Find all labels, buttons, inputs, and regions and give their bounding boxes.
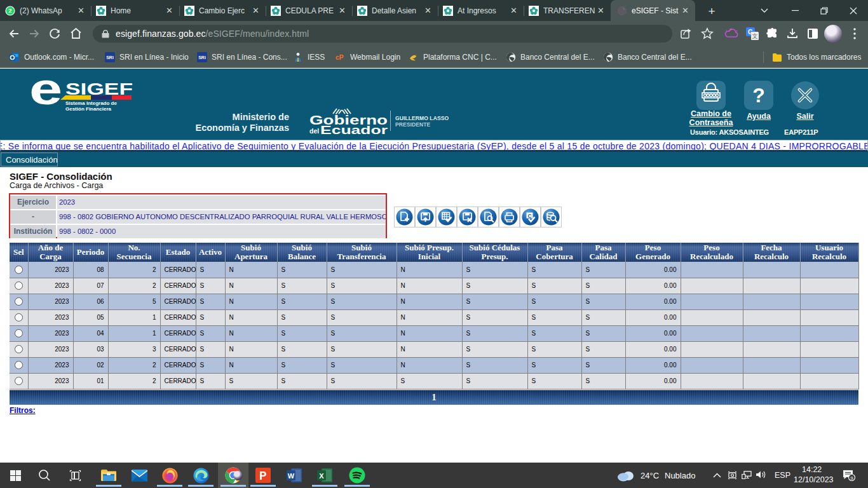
svg-text:Ecuador: Ecuador [320,123,388,136]
svg-text:2: 2 [8,7,11,14]
svg-text:Gestión Financiera: Gestión Financiera [65,106,112,112]
svg-text:e: e [29,79,62,113]
svg-text:Sistema Integrado de: Sistema Integrado de [65,100,117,106]
svg-text:C: C [527,213,531,219]
svg-text:9: 9 [850,475,853,481]
svg-text:SIGEF: SIGEF [65,80,133,98]
svg-text:文: 文 [752,33,758,39]
svg-text:cP: cP [336,54,344,61]
svg-text:SRi: SRi [106,55,114,60]
svg-text:?: ? [752,84,765,107]
svg-text:SRi: SRi [198,55,206,60]
svg-text:del: del [309,127,319,135]
